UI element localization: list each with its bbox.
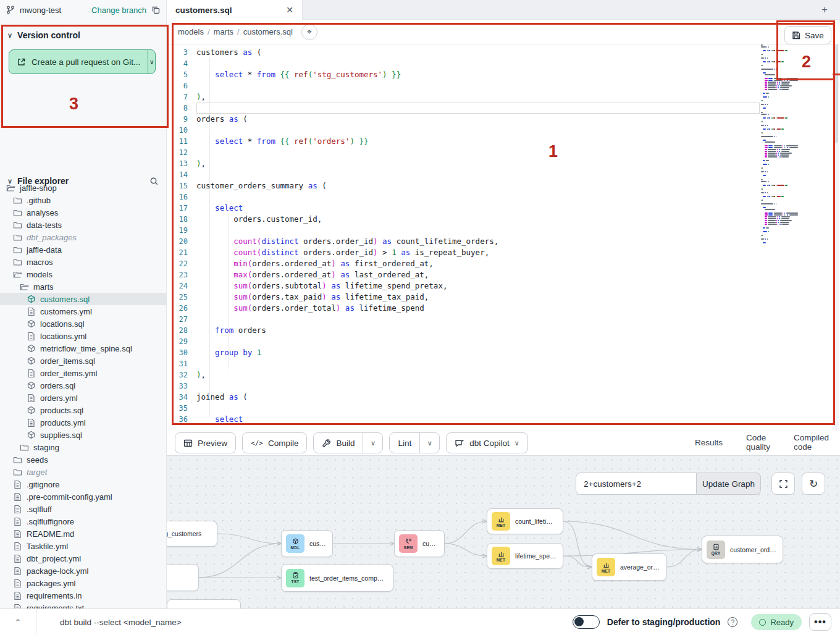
lineage-node-average_order_value[interactable]: METaverage_order_value [592, 553, 667, 581]
code-line-36[interactable]: 36 select [167, 414, 840, 425]
create-pull-request-button[interactable]: Create a pull request on Git... ∨ [9, 49, 156, 74]
refresh-icon[interactable]: ↻ [802, 473, 825, 495]
tab-compiled-code[interactable]: Compiled code [784, 431, 838, 456]
tree-item--pre-commit-config-yaml[interactable]: .pre-commit-config.yaml [0, 490, 167, 503]
code-line-33[interactable]: 33 [167, 381, 840, 392]
code-line-22[interactable]: 22 min(orders.ordered_at) as first_order… [167, 258, 840, 269]
change-branch-link[interactable]: Change branch [91, 6, 146, 15]
code-editor[interactable]: 2with3customers as (45 select * from {{ … [167, 44, 840, 431]
tree-item-supplies-sql[interactable]: supplies.sql [0, 429, 167, 441]
update-graph-button[interactable]: Update Graph [697, 473, 761, 495]
tree-item-marts[interactable]: marts [0, 280, 167, 293]
lineage-node-lifetime_spend_pretax[interactable]: METlifetime_spend_pretax [487, 543, 563, 569]
code-line-11[interactable]: 11 select * from {{ ref('orders') }} [167, 136, 840, 147]
node-lens-icon[interactable]: ⌖ [301, 24, 317, 40]
code-line-24[interactable]: 24 sum(orders.subtotal) as lifetime_spen… [167, 280, 840, 292]
build-button[interactable]: Build ∨ [313, 432, 383, 453]
create-pull-request-main[interactable]: Create a pull request on Git... [9, 50, 148, 74]
lineage-node-orders[interactable]: orders [167, 564, 199, 591]
breadcrumb-item[interactable]: models [178, 27, 204, 36]
tab-results[interactable]: Results [686, 431, 732, 456]
code-line-23[interactable]: 23 max(orders.ordered_at) as last_ordere… [167, 269, 840, 280]
tree-item-dbt-packages[interactable]: dbt_packages [0, 231, 167, 243]
tree-item-customers-sql[interactable]: customers.sql [0, 293, 167, 305]
editor-minimap[interactable] [761, 44, 810, 310]
tree-item-order-items-sql[interactable]: order_items.sql [0, 355, 167, 367]
tab-code-quality[interactable]: Code quality [737, 431, 779, 456]
tree-item-customers-yml[interactable]: customers.yml [0, 305, 167, 318]
code-line-35[interactable]: 35 [167, 403, 840, 414]
tree-item-analyses[interactable]: analyses [0, 206, 167, 219]
copilot-dropdown-caret[interactable]: ∨ [514, 439, 519, 447]
code-line-8[interactable]: 8 [167, 103, 840, 114]
tree-item-products-sql[interactable]: products.sql [0, 404, 167, 416]
cli-command-input[interactable]: dbt build --select <model_name> [60, 618, 182, 627]
lineage-selector-input[interactable] [576, 473, 697, 495]
code-line-26[interactable]: 26 sum(orders.order_total) as lifetime_s… [167, 303, 840, 314]
code-line-7[interactable]: 7), [167, 91, 840, 103]
breadcrumb-item[interactable]: customers.sql [243, 27, 293, 36]
compile-button[interactable]: </> Compile [242, 432, 307, 453]
version-control-header[interactable]: ∨ Version control [0, 26, 166, 44]
tree-item-locations-sql[interactable]: locations.sql [0, 318, 167, 330]
tab-close-icon[interactable]: ✕ [286, 5, 293, 15]
code-line-34[interactable]: 34joined as ( [167, 392, 840, 403]
build-dropdown-caret[interactable]: ∨ [363, 433, 382, 453]
tree-item--gitignore[interactable]: .gitignore [0, 478, 167, 490]
chevron-up-icon[interactable]: ⌃ [0, 618, 36, 627]
tree-item-taskfile-yml[interactable]: Taskfile.yml [0, 540, 167, 552]
save-button[interactable]: Save [784, 26, 831, 44]
code-line-29[interactable]: 29 [167, 336, 840, 347]
copy-icon[interactable] [151, 6, 160, 14]
tree-item-package-lock-yml[interactable]: package-lock.yml [0, 565, 167, 577]
lineage-node-customers_sem[interactable]: SEMcustomers [394, 530, 445, 557]
code-line-14[interactable]: 14 [167, 169, 840, 180]
new-tab-button[interactable]: + [817, 2, 833, 17]
code-line-13[interactable]: 13), [167, 158, 840, 169]
tree-item-data-tests[interactable]: data-tests [0, 219, 167, 231]
tree-item-orders-yml[interactable]: orders.yml [0, 392, 167, 404]
code-line-9[interactable]: 9orders as ( [167, 114, 840, 125]
code-line-12[interactable]: 12 [167, 147, 840, 158]
editor-scrollbar-thumb[interactable] [835, 44, 838, 143]
code-line-28[interactable]: 28 from orders [167, 325, 840, 336]
code-line-31[interactable]: 31 [167, 358, 840, 369]
tree-item-staging[interactable]: staging [0, 441, 167, 453]
code-line-4[interactable]: 4 [167, 58, 840, 69]
lint-dropdown-caret[interactable]: ∨ [419, 433, 439, 453]
tree-item-metricflow-time-spine-sql[interactable]: metricflow_time_spine.sql [0, 342, 167, 355]
code-line-21[interactable]: 21 count(distinct orders.order_id) > 1 a… [167, 247, 840, 258]
help-icon[interactable]: ? [728, 617, 737, 627]
lint-button[interactable]: Lint ∨ [389, 432, 440, 453]
tree-item-products-yml[interactable]: products.yml [0, 416, 167, 429]
code-line-27[interactable]: 27 [167, 314, 840, 325]
code-line-10[interactable]: 10 [167, 125, 840, 136]
tree-item--github[interactable]: .github [0, 194, 167, 206]
tree-item-jaffle-data[interactable]: jaffle-data [0, 243, 167, 256]
tree-item-packages-yml[interactable]: packages.yml [0, 577, 167, 589]
tree-item-target[interactable]: target [0, 466, 167, 478]
tree-item-dbt-project-yml[interactable]: dbt_project.yml [0, 552, 167, 565]
tab-customers-sql[interactable]: customers.sql ✕ [167, 0, 303, 20]
code-line-18[interactable]: 18 orders.customer_id, [167, 214, 840, 225]
lineage-node-customers_mdl[interactable]: MDLcustomers [281, 530, 333, 557]
tree-item--sqlfluff[interactable]: .sqlfluff [0, 503, 167, 515]
tree-item-orders-sql[interactable]: orders.sql [0, 379, 167, 392]
tree-item-order-items-yml[interactable]: order_items.yml [0, 367, 167, 379]
preview-button[interactable]: Preview [175, 432, 236, 453]
defer-toggle[interactable] [573, 615, 600, 629]
lineage-panel[interactable]: MDLstg_customersordersMDLcustomersTSTtes… [167, 456, 840, 608]
code-line-16[interactable]: 16 [167, 191, 840, 203]
tree-item-requirements-in[interactable]: requirements.in [0, 589, 167, 602]
lineage-node-stg_customers[interactable]: MDLstg_customers [167, 521, 217, 547]
code-line-15[interactable]: 15customer_orders_summary as ( [167, 180, 840, 191]
tree-item-locations-yml[interactable]: locations.yml [0, 330, 167, 342]
more-options-button[interactable]: ••• [809, 613, 831, 631]
tree-item--sqlfluffignore[interactable]: .sqlfluffignore [0, 515, 167, 528]
pr-dropdown-caret[interactable]: ∨ [148, 50, 155, 74]
tree-item-jaffle-shop[interactable]: jaffle-shop [0, 182, 167, 194]
tree-item-readme-md[interactable]: README.md [0, 528, 167, 540]
lineage-node-partial[interactable] [167, 599, 241, 608]
code-line-6[interactable]: 6 [167, 80, 840, 91]
lineage-node-tst[interactable]: TSTtest_order_items_compute_to_bools... [281, 564, 393, 592]
